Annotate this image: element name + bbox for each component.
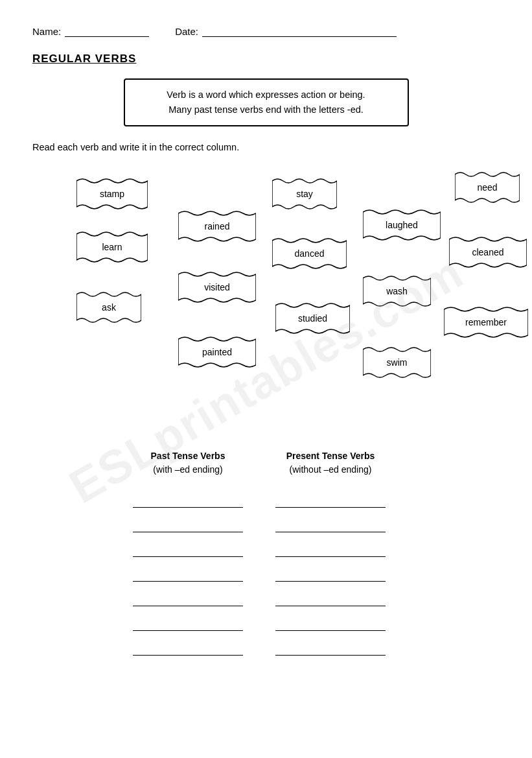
word-card-painted: painted bbox=[178, 335, 256, 369]
write-line-present-6[interactable] bbox=[275, 637, 386, 656]
write-line-present-1[interactable] bbox=[275, 514, 386, 532]
word-text-cleaned: cleaned bbox=[472, 247, 503, 257]
write-line-past-3[interactable] bbox=[133, 563, 243, 582]
name-field: Name: bbox=[32, 26, 149, 37]
name-line bbox=[65, 36, 149, 37]
word-card-cleaned: cleaned bbox=[449, 235, 527, 269]
word-text-wash: wash bbox=[386, 286, 408, 296]
word-text-need: need bbox=[477, 182, 497, 193]
word-card-rained: rained bbox=[178, 209, 256, 243]
write-line-past-5[interactable] bbox=[133, 613, 243, 631]
word-text-learn: learn bbox=[102, 242, 122, 252]
word-card-laughed: laughed bbox=[363, 208, 441, 242]
date-field: Date: bbox=[175, 26, 397, 37]
instructions: Read each verb and write it in the corre… bbox=[32, 142, 500, 152]
word-text-rained: rained bbox=[205, 221, 230, 231]
word-card-studied: studied bbox=[275, 302, 350, 335]
write-line-past-1[interactable] bbox=[133, 514, 243, 532]
columns-area: Past Tense Verbs(with –ed ending)Present… bbox=[32, 449, 500, 662]
word-text-studied: studied bbox=[298, 313, 327, 324]
word-text-painted: painted bbox=[202, 347, 232, 357]
word-card-stay: stay bbox=[272, 177, 337, 211]
word-text-stay: stay bbox=[296, 189, 313, 199]
word-text-swim: swim bbox=[387, 357, 408, 368]
header-row: Name: Date: bbox=[32, 26, 500, 37]
info-box: Verb is a word which expresses action or… bbox=[124, 78, 409, 126]
info-line1: Verb is a word which expresses action or… bbox=[138, 88, 395, 102]
write-line-present-0[interactable] bbox=[275, 490, 386, 508]
name-label: Name: bbox=[32, 26, 61, 37]
write-line-present-3[interactable] bbox=[275, 563, 386, 582]
word-card-need: need bbox=[455, 171, 520, 204]
word-card-swim: swim bbox=[363, 346, 431, 379]
word-text-remember: remember bbox=[465, 317, 507, 327]
word-text-danced: danced bbox=[295, 248, 325, 259]
info-line2: Many past tense verbs end with the lette… bbox=[138, 102, 395, 117]
column-past: Past Tense Verbs(with –ed ending) bbox=[117, 449, 259, 662]
page-title: REGULAR VERBS bbox=[32, 53, 500, 65]
column-present: Present Tense Verbs(without –ed ending) bbox=[259, 449, 402, 662]
word-card-learn: learn bbox=[76, 230, 148, 264]
word-text-laughed: laughed bbox=[386, 220, 418, 230]
write-line-present-5[interactable] bbox=[275, 613, 386, 631]
word-card-ask: ask bbox=[76, 290, 141, 324]
date-line bbox=[202, 36, 397, 37]
write-line-past-4[interactable] bbox=[133, 588, 243, 606]
word-card-danced: danced bbox=[272, 237, 347, 270]
word-card-stamp: stamp bbox=[76, 177, 148, 211]
write-line-past-2[interactable] bbox=[133, 539, 243, 557]
column-header-past: Past Tense Verbs(with –ed ending) bbox=[151, 449, 226, 480]
word-text-visited: visited bbox=[204, 282, 230, 292]
write-line-present-2[interactable] bbox=[275, 539, 386, 557]
date-label: Date: bbox=[175, 26, 198, 37]
write-line-past-0[interactable] bbox=[133, 490, 243, 508]
write-line-past-6[interactable] bbox=[133, 637, 243, 656]
word-text-ask: ask bbox=[102, 302, 116, 313]
word-card-wash: wash bbox=[363, 274, 431, 308]
word-card-visited: visited bbox=[178, 270, 256, 304]
words-area: stampstayneedrainedlaughedlearndancedcle… bbox=[32, 164, 500, 436]
column-header-present: Present Tense Verbs(without –ed ending) bbox=[286, 449, 375, 480]
word-text-stamp: stamp bbox=[100, 189, 124, 199]
write-line-present-4[interactable] bbox=[275, 588, 386, 606]
word-card-remember: remember bbox=[444, 305, 528, 339]
